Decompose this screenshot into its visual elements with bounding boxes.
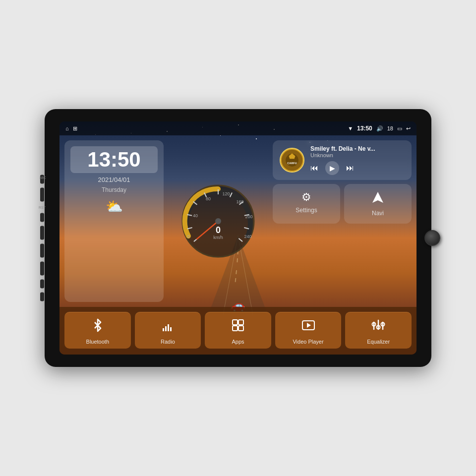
side-btn-rst[interactable] [40, 213, 44, 222]
action-buttons: ⚙ Settings Navi [273, 184, 412, 224]
rst-label: RST [39, 206, 46, 209]
play-button[interactable]: ▶ [325, 161, 339, 175]
wifi-icon: ▼ [348, 125, 353, 131]
mic-label: MIC [40, 176, 46, 179]
svg-rect-40 [238, 326, 243, 331]
battery-icon: ▭ [397, 125, 402, 132]
equalizer-button[interactable]: Equalizer [345, 312, 412, 349]
apps-label: Apps [232, 339, 244, 345]
settings-icon: ⚙ [301, 191, 311, 204]
svg-rect-36 [170, 327, 172, 331]
volume-level: 18 [387, 125, 393, 131]
next-button[interactable]: ⏭ [346, 164, 354, 173]
music-widget: CARFU Smiley ft. Delia - Ne v... Unknown… [273, 140, 412, 180]
side-button-group: MIC RST [39, 175, 46, 301]
radio-icon [161, 318, 175, 336]
settings-button[interactable]: ⚙ Settings [273, 184, 340, 224]
svg-rect-37 [233, 320, 238, 325]
volume-status-icon: 🔊 [376, 125, 383, 132]
video-player-button[interactable]: Video Player [275, 312, 342, 349]
clock-date: 2021/04/01 [70, 176, 158, 183]
home-status-icon: ⌂ [65, 125, 69, 131]
radio-button[interactable]: Radio [135, 312, 201, 349]
bluetooth-icon [91, 318, 105, 336]
settings-label: Settings [296, 207, 317, 214]
svg-rect-38 [238, 320, 243, 325]
clock-day: Thursday [70, 186, 158, 193]
music-artist: Unknown [310, 152, 405, 158]
svg-text:80: 80 [206, 196, 211, 201]
status-left: ⌂ ⊞ [65, 125, 77, 132]
clock-widget: 13:50 2021/04/01 Thursday ⛅ [64, 140, 164, 302]
equalizer-label: Equalizer [367, 339, 390, 345]
main-content: 13:50 2021/04/01 Thursday ⛅ [60, 135, 416, 355]
svg-text:160: 160 [236, 199, 243, 204]
speedometer-widget: 0 40 80 120 160 200 240 0 km [169, 140, 268, 302]
speedometer-svg: 0 40 80 120 160 200 240 0 km [178, 181, 258, 261]
svg-rect-35 [168, 324, 169, 331]
apps-button[interactable]: Apps [205, 312, 271, 349]
equalizer-icon [371, 318, 385, 336]
album-art: CARFU [280, 148, 304, 173]
side-btn-volup[interactable] [40, 280, 44, 289]
navi-icon [371, 191, 384, 207]
navi-label: Navi [372, 210, 384, 217]
svg-rect-33 [163, 328, 164, 331]
status-right: ▼ 13:50 🔊 18 ▭ ↩ [348, 125, 411, 132]
navi-button[interactable]: Navi [344, 184, 412, 224]
side-btn-home[interactable] [40, 188, 44, 202]
music-controls: ⏮ ▶ ⏭ [310, 161, 405, 175]
status-time: 13:50 [357, 125, 372, 132]
back-status-icon[interactable]: ↩ [406, 125, 411, 132]
bluetooth-label: Bluetooth [86, 339, 109, 345]
svg-text:0: 0 [216, 225, 221, 235]
svg-text:km/h: km/h [213, 235, 223, 240]
bluetooth-button[interactable]: Bluetooth [64, 312, 131, 349]
svg-text:240: 240 [244, 234, 251, 239]
side-btn-power[interactable] [40, 226, 44, 240]
svg-text:0: 0 [187, 234, 189, 239]
video-player-label: Video Player [293, 339, 323, 345]
svg-text:40: 40 [193, 213, 198, 218]
apps-status-icon: ⊞ [73, 125, 77, 132]
side-btn-home2[interactable] [40, 244, 44, 258]
radio-label: Radio [161, 339, 175, 345]
apps-icon [231, 318, 245, 336]
side-btn-voldown[interactable] [40, 293, 44, 301]
svg-marker-32 [372, 192, 383, 203]
video-icon [301, 318, 315, 336]
music-info: Smiley ft. Delia - Ne v... Unknown ⏮ ▶ ⏭ [310, 145, 405, 175]
music-title: Smiley ft. Delia - Ne v... [310, 145, 405, 152]
svg-rect-34 [165, 326, 167, 331]
prev-button[interactable]: ⏮ [310, 164, 318, 173]
bottom-app-bar: Bluetooth Radio [60, 307, 416, 355]
screen: 🚗 ⌂ ⊞ ▼ 13:50 🔊 18 ▭ ↩ [60, 121, 416, 355]
weather-icon: ⛅ [70, 198, 158, 215]
right-panel: CARFU Smiley ft. Delia - Ne v... Unknown… [273, 140, 412, 302]
side-btn-back[interactable] [40, 262, 44, 276]
top-widgets: 13:50 2021/04/01 Thursday ⛅ [60, 135, 416, 307]
svg-point-25 [215, 218, 221, 224]
svg-text:CARFU: CARFU [287, 162, 297, 165]
volume-knob[interactable] [424, 230, 440, 246]
clock-time-display: 13:50 [70, 146, 158, 173]
svg-text:120: 120 [222, 191, 230, 196]
screen-background: 🚗 ⌂ ⊞ ▼ 13:50 🔊 18 ▭ ↩ [60, 121, 416, 355]
svg-marker-42 [307, 323, 311, 328]
car-head-unit: MIC RST [45, 109, 431, 367]
svg-rect-39 [233, 326, 238, 331]
svg-text:200: 200 [245, 214, 252, 219]
status-bar: ⌂ ⊞ ▼ 13:50 🔊 18 ▭ ↩ [60, 121, 416, 135]
